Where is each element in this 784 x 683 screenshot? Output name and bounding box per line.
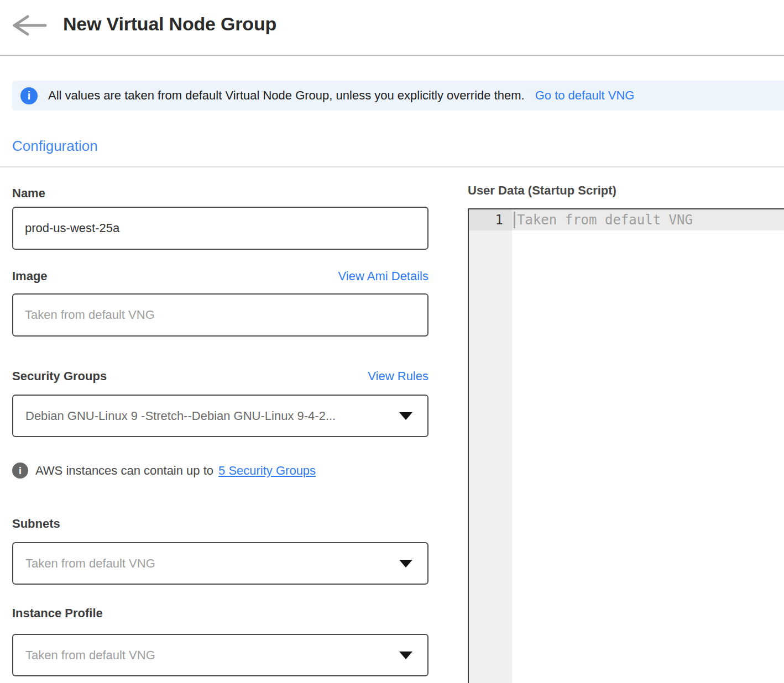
view-rules-link[interactable]: View Rules <box>368 369 428 383</box>
subnets-label: Subnets <box>12 517 428 531</box>
back-arrow-icon[interactable] <box>11 14 48 36</box>
view-ami-details-link[interactable]: View Ami Details <box>338 269 428 283</box>
instance-profile-label: Instance Profile <box>12 606 428 621</box>
note-text: AWS instances can contain up to <box>35 464 213 478</box>
image-label-row: Image View Ami Details <box>12 269 428 283</box>
five-security-groups-link[interactable]: 5 Security Groups <box>218 464 316 478</box>
page-title: New Virtual Node Group <box>63 13 276 35</box>
image-input[interactable] <box>12 293 428 337</box>
chevron-down-icon <box>399 412 412 420</box>
header-divider <box>0 55 784 56</box>
instance-profile-select[interactable]: Taken from default VNG <box>12 634 428 676</box>
user-data-label: User Data (Startup Script) <box>468 183 616 198</box>
subnets-select[interactable]: Taken from default VNG <box>12 542 428 585</box>
security-groups-label: Security Groups <box>12 369 107 383</box>
info-banner: i All values are taken from default Virt… <box>12 81 784 111</box>
instance-profile-placeholder: Taken from default VNG <box>13 648 399 663</box>
new-virtual-node-group-page: New Virtual Node Group i All values are … <box>0 0 784 683</box>
text-cursor <box>514 212 515 228</box>
security-groups-value: Debian GNU-Linux 9 -Stretch--Debian GNU-… <box>13 409 399 423</box>
subnets-placeholder: Taken from default VNG <box>13 556 399 571</box>
security-groups-select[interactable]: Debian GNU-Linux 9 -Stretch--Debian GNU-… <box>12 395 428 437</box>
security-groups-label-row: Security Groups View Rules <box>12 369 428 383</box>
security-groups-note: i AWS instances can contain up to 5 Secu… <box>12 463 428 479</box>
user-data-code-editor[interactable]: 1 Taken from default VNG <box>468 208 784 683</box>
section-divider <box>0 166 784 167</box>
editor-gutter <box>469 209 512 683</box>
name-input[interactable] <box>12 207 428 250</box>
banner-text: All values are taken from default Virtua… <box>48 88 525 103</box>
editor-active-line: 1 Taken from default VNG <box>469 209 784 230</box>
chevron-down-icon <box>399 560 412 568</box>
info-icon: i <box>12 463 28 479</box>
go-to-default-vng-link[interactable]: Go to default VNG <box>535 88 635 103</box>
configuration-heading: Configuration <box>12 138 98 155</box>
line-number: 1 <box>469 209 512 230</box>
editor-line-content: Taken from default VNG <box>512 209 784 230</box>
info-icon: i <box>20 87 38 104</box>
editor-placeholder: Taken from default VNG <box>517 212 693 228</box>
name-label: Name <box>12 186 428 201</box>
image-label: Image <box>12 269 48 283</box>
chevron-down-icon <box>399 652 412 659</box>
